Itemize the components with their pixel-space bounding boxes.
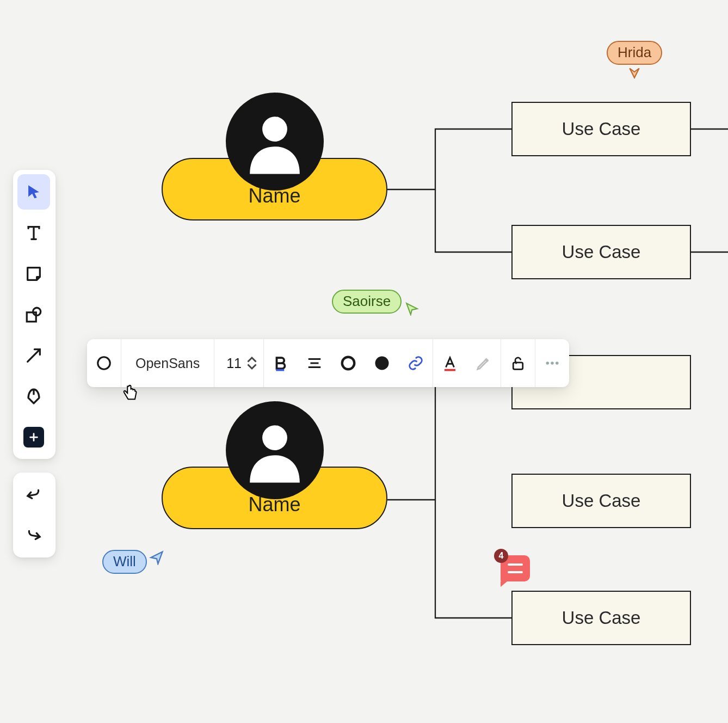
actor-avatar-circle <box>226 401 324 499</box>
circle-filled-icon <box>374 355 390 371</box>
person-icon <box>245 109 305 174</box>
more-options-button[interactable] <box>535 339 569 387</box>
text-icon <box>24 224 43 242</box>
pen-icon <box>24 387 43 406</box>
circle-outline-icon <box>96 355 112 371</box>
select-tool[interactable] <box>17 174 50 210</box>
svg-point-8 <box>375 357 388 370</box>
font-size-selector[interactable]: 11 <box>214 339 263 387</box>
usecase-box[interactable]: Use Case <box>511 591 691 645</box>
cursor-arrow-icon <box>149 550 164 565</box>
comment-lines-icon <box>508 563 523 573</box>
svg-point-11 <box>546 362 549 365</box>
circle-outline-icon <box>340 355 356 371</box>
tool-group-history <box>13 473 55 557</box>
unlock-icon <box>510 355 526 371</box>
person-icon <box>245 418 305 483</box>
redo-button[interactable] <box>17 518 50 553</box>
stepper-up-icon[interactable] <box>247 356 257 363</box>
pencil-icon <box>476 355 492 371</box>
left-toolbar <box>13 170 55 557</box>
svg-point-12 <box>551 362 554 365</box>
cursor-icon <box>24 183 43 201</box>
font-family-label: OpenSans <box>135 356 200 371</box>
hand-cursor-icon <box>119 382 140 406</box>
plus-icon <box>28 431 40 443</box>
usecase-label: Use Case <box>562 242 641 262</box>
tool-group-main <box>13 170 55 459</box>
link-icon <box>408 355 424 371</box>
shape-type-selector[interactable] <box>87 339 121 387</box>
stepper-down-icon[interactable] <box>247 363 257 371</box>
usecase-box[interactable]: Use Case <box>511 474 691 528</box>
collaborator-cursor-will: Will <box>102 550 164 574</box>
bold-button[interactable] <box>264 339 298 387</box>
shapes-icon <box>24 305 43 324</box>
svg-point-7 <box>342 357 355 370</box>
svg-point-2 <box>98 357 110 370</box>
cursor-arrow-icon <box>627 65 641 79</box>
comment-thread[interactable]: 4 <box>501 555 530 581</box>
usecase-label: Use Case <box>562 491 641 511</box>
actor-avatar-circle <box>226 93 324 191</box>
svg-point-13 <box>556 362 559 365</box>
collaborator-cursor-hrida: Hrida <box>607 41 662 79</box>
svg-point-1 <box>262 425 287 450</box>
redo-icon <box>24 526 43 545</box>
undo-button[interactable] <box>17 477 50 512</box>
pen-tool[interactable] <box>17 378 50 414</box>
usecase-label: Use Case <box>562 119 641 139</box>
stroke-color-button[interactable] <box>331 339 365 387</box>
comment-count-badge: 4 <box>494 549 508 563</box>
align-button[interactable] <box>298 339 331 387</box>
usecase-box[interactable]: Use Case <box>511 102 691 156</box>
plus-tile <box>23 427 44 448</box>
format-toolbar[interactable]: OpenSans 11 <box>87 339 569 387</box>
collaborator-name: Hrida <box>607 41 662 65</box>
sticky-note-icon <box>24 265 43 283</box>
font-size-value: 11 <box>226 356 242 371</box>
arrow-icon <box>24 346 43 365</box>
diagram-canvas[interactable]: Use Case Use Case Use Case Use Case Name… <box>0 0 728 723</box>
svg-point-0 <box>262 117 287 142</box>
collaborator-name: Will <box>102 550 147 574</box>
shapes-tool[interactable] <box>17 297 50 332</box>
fill-color-button[interactable] <box>365 339 399 387</box>
svg-rect-10 <box>513 363 523 370</box>
text-color-icon <box>442 355 458 371</box>
sticky-note-tool[interactable] <box>17 256 50 291</box>
arrow-tool[interactable] <box>17 338 50 373</box>
link-button[interactable] <box>399 339 433 387</box>
align-center-icon <box>306 355 323 371</box>
usecase-box[interactable]: Use Case <box>511 225 691 279</box>
text-tool[interactable] <box>17 215 50 250</box>
text-color-button[interactable] <box>433 339 467 387</box>
highlight-button[interactable] <box>467 339 501 387</box>
cursor-arrow-icon <box>405 302 419 316</box>
lock-button[interactable] <box>501 339 535 387</box>
collaborator-cursor-saoirse: Saoirse <box>332 290 419 316</box>
ellipsis-icon <box>544 355 560 371</box>
collaborator-name: Saoirse <box>332 290 402 314</box>
usecase-label: Use Case <box>562 608 641 628</box>
add-tool[interactable] <box>17 419 50 455</box>
undo-icon <box>24 486 43 504</box>
font-family-selector[interactable]: OpenSans <box>121 339 214 387</box>
bold-icon <box>273 355 289 371</box>
